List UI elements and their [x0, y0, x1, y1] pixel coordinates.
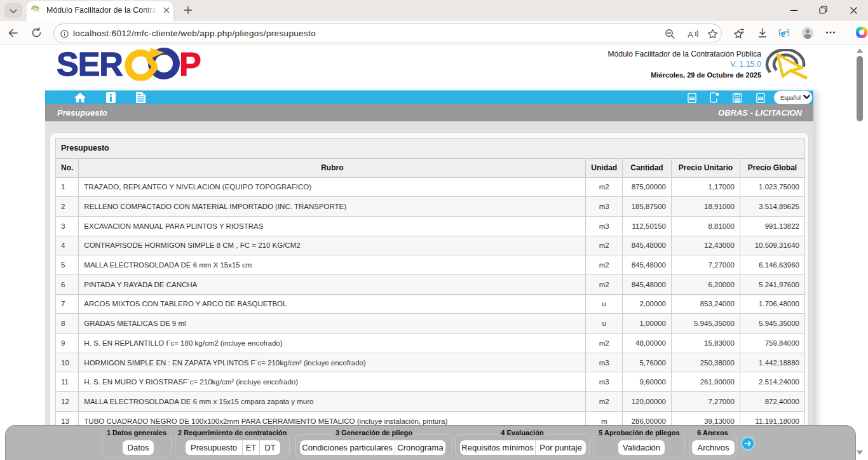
svg-text:PDF: PDF — [689, 97, 694, 100]
svg-text:PDF: PDF — [758, 97, 763, 100]
svg-text:P: P — [179, 48, 201, 81]
svg-text:A: A — [688, 30, 693, 39]
svg-text:SER: SER — [57, 48, 123, 81]
svg-text:e: e — [781, 29, 785, 39]
